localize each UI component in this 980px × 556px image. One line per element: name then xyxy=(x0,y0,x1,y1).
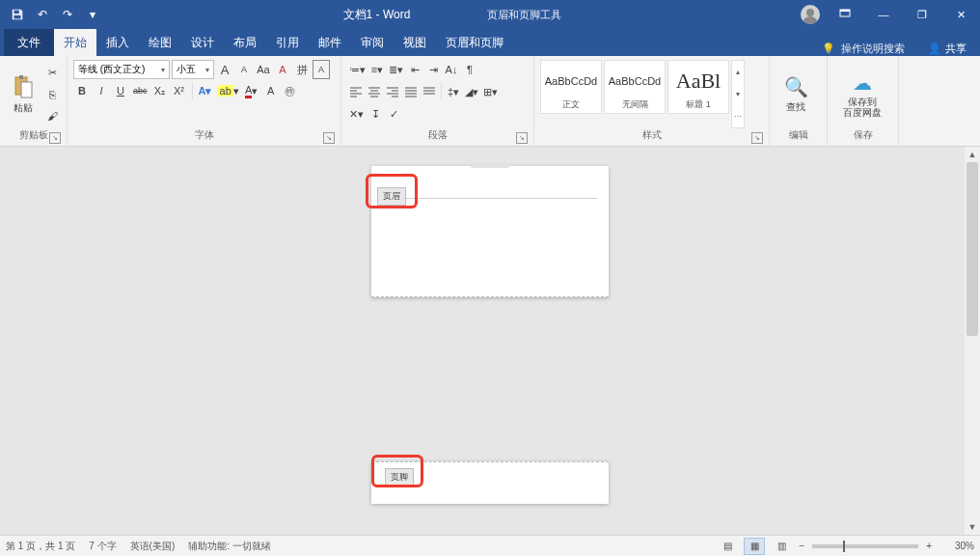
cut-button[interactable]: ✂ xyxy=(43,64,61,83)
web-layout-button[interactable]: ▥ xyxy=(772,539,791,554)
save-to-cloud-button[interactable]: ☁ 保存到 百度网盘 xyxy=(833,60,891,128)
ribbon-options-button[interactable] xyxy=(826,0,864,29)
close-button[interactable]: ✕ xyxy=(941,0,980,29)
style-normal[interactable]: AaBbCcDd 正文 xyxy=(540,60,602,114)
tab-mailings[interactable]: 邮件 xyxy=(309,29,351,56)
shading-button[interactable]: ◢▾ xyxy=(463,82,480,101)
scroll-thumb[interactable] xyxy=(966,162,978,336)
align-center-button[interactable] xyxy=(366,82,383,101)
multilevel-button[interactable]: ≣▾ xyxy=(387,60,405,79)
tab-insert[interactable]: 插入 xyxy=(96,29,139,56)
lightbulb-icon: 💡 xyxy=(822,42,835,55)
enclose-char-button[interactable]: ㊕ xyxy=(282,81,299,100)
grow-font-button[interactable]: A xyxy=(216,60,233,79)
print-layout-button[interactable]: ▦ xyxy=(745,539,764,554)
share-button[interactable]: 👤 共享 xyxy=(914,42,980,56)
svg-rect-1 xyxy=(14,15,21,19)
styles-gallery-more[interactable]: ▴▾⋯ xyxy=(731,60,745,128)
borders-button[interactable]: ⊞▾ xyxy=(481,82,500,101)
vertical-scrollbar[interactable]: ▲ ▼ xyxy=(965,147,980,535)
find-button[interactable]: 🔍 查找 xyxy=(776,60,816,128)
zoom-level[interactable]: 30% xyxy=(939,541,974,551)
search-icon: 🔍 xyxy=(784,75,808,98)
clipboard-launcher[interactable]: ↘ xyxy=(49,132,61,144)
font-name-combo[interactable]: 等线 (西文正文)▾ xyxy=(73,60,170,79)
save-button[interactable] xyxy=(6,4,29,25)
para-extra-button[interactable]: ✓ xyxy=(385,104,402,124)
distributed-button[interactable] xyxy=(421,82,438,101)
zoom-slider[interactable] xyxy=(812,544,918,548)
style-no-spacing[interactable]: AaBbCcDd 无间隔 xyxy=(604,60,666,114)
zoom-in-button[interactable]: + xyxy=(926,541,932,551)
language-status[interactable]: 英语(美国) xyxy=(130,540,176,553)
change-case-button[interactable]: Aa xyxy=(255,60,272,79)
group-font: 等线 (西文正文)▾ 小五▾ A A Aa A 拼 A B I U abc X₂… xyxy=(68,56,341,146)
paragraph-launcher[interactable]: ↘ xyxy=(516,132,528,144)
word-count[interactable]: 7 个字 xyxy=(89,540,116,553)
format-painter-button[interactable]: 🖌 xyxy=(43,106,61,125)
maximize-button[interactable]: ❐ xyxy=(903,0,941,29)
style-heading1[interactable]: AaBl 标题 1 xyxy=(667,60,729,114)
italic-button[interactable]: I xyxy=(93,81,110,100)
cloud-icon: ☁ xyxy=(853,71,872,95)
sort-button[interactable]: A↓ xyxy=(443,60,460,79)
scroll-down-icon[interactable]: ▼ xyxy=(965,519,980,535)
char-shading-button[interactable]: A xyxy=(262,81,280,100)
line-spacing-button[interactable]: ‡▾ xyxy=(445,82,462,101)
document-canvas[interactable]: 页眉 页脚 xyxy=(0,147,980,535)
undo-button[interactable]: ↶ xyxy=(31,4,54,25)
minimize-button[interactable]: ― xyxy=(864,0,903,29)
show-marks-button[interactable]: ¶ xyxy=(461,60,478,79)
tab-header-footer-context[interactable]: 页眉和页脚 xyxy=(436,29,513,56)
file-tab[interactable]: 文件 xyxy=(4,29,54,56)
strike-button[interactable]: abc xyxy=(131,81,150,100)
page-header-section[interactable]: 页眉 xyxy=(371,166,609,297)
tab-home[interactable]: 开始 xyxy=(54,29,96,56)
char-border-button[interactable]: A xyxy=(313,60,330,79)
tab-review[interactable]: 审阅 xyxy=(351,29,394,56)
font-color-button[interactable]: A▾ xyxy=(243,81,260,100)
decrease-indent-button[interactable]: ⇤ xyxy=(406,60,423,79)
paste-button[interactable]: 粘贴 xyxy=(6,60,40,128)
scroll-up-icon[interactable]: ▲ xyxy=(965,147,980,162)
highlight-button[interactable]: ab▾ xyxy=(216,81,241,100)
user-avatar-icon xyxy=(801,5,820,24)
align-left-button[interactable] xyxy=(347,82,365,101)
text-effects-button[interactable]: A▾ xyxy=(197,81,214,100)
para-sort-button[interactable]: ↧ xyxy=(367,104,384,124)
shrink-font-button[interactable]: A xyxy=(235,60,253,79)
subscript-button[interactable]: X₂ xyxy=(151,81,169,100)
underline-button[interactable]: U xyxy=(112,81,129,100)
account-area[interactable] xyxy=(795,5,826,24)
bold-button[interactable]: B xyxy=(73,81,91,100)
numbering-button[interactable]: ≡▾ xyxy=(368,60,386,79)
clear-format-button[interactable]: A xyxy=(274,60,291,79)
bullets-button[interactable]: ≔▾ xyxy=(347,60,368,79)
page-footer-section[interactable]: 页脚 xyxy=(371,461,609,504)
snap-grid-button[interactable]: ✕▾ xyxy=(347,104,366,124)
group-paragraph: ≔▾ ≡▾ ≣▾ ⇤ ⇥ A↓ ¶ ‡▾ ◢▾ ⊞▾ ✕▾ xyxy=(341,56,534,146)
phonetic-button[interactable]: 拼 xyxy=(293,60,311,79)
read-mode-button[interactable]: ▤ xyxy=(718,539,737,554)
tab-design[interactable]: 设计 xyxy=(181,29,224,56)
tab-references[interactable]: 引用 xyxy=(266,29,309,56)
tell-me-search[interactable]: 💡 操作说明搜索 xyxy=(812,42,914,56)
page-count[interactable]: 第 1 页，共 1 页 xyxy=(6,540,75,553)
font-launcher[interactable]: ↘ xyxy=(323,132,335,144)
copy-button[interactable]: ⎘ xyxy=(43,85,61,104)
qat-customize[interactable]: ▾ xyxy=(81,4,104,25)
tab-draw[interactable]: 绘图 xyxy=(139,29,181,56)
align-justify-button[interactable] xyxy=(402,82,420,101)
tab-view[interactable]: 视图 xyxy=(394,29,436,56)
align-right-button[interactable] xyxy=(384,82,401,101)
increase-indent-button[interactable]: ⇥ xyxy=(424,60,442,79)
zoom-out-button[interactable]: − xyxy=(799,541,804,551)
tab-layout[interactable]: 布局 xyxy=(224,29,266,56)
font-size-combo[interactable]: 小五▾ xyxy=(172,60,214,79)
redo-button[interactable]: ↷ xyxy=(56,4,79,25)
accessibility-status[interactable]: 辅助功能: 一切就绪 xyxy=(188,540,271,553)
superscript-button[interactable]: X² xyxy=(171,81,188,100)
header-content-placeholder xyxy=(471,162,509,168)
ribbon-tabs: 文件 开始 插入 绘图 设计 布局 引用 邮件 审阅 视图 页眉和页脚 💡 操作… xyxy=(0,29,980,56)
styles-launcher[interactable]: ↘ xyxy=(751,132,763,144)
